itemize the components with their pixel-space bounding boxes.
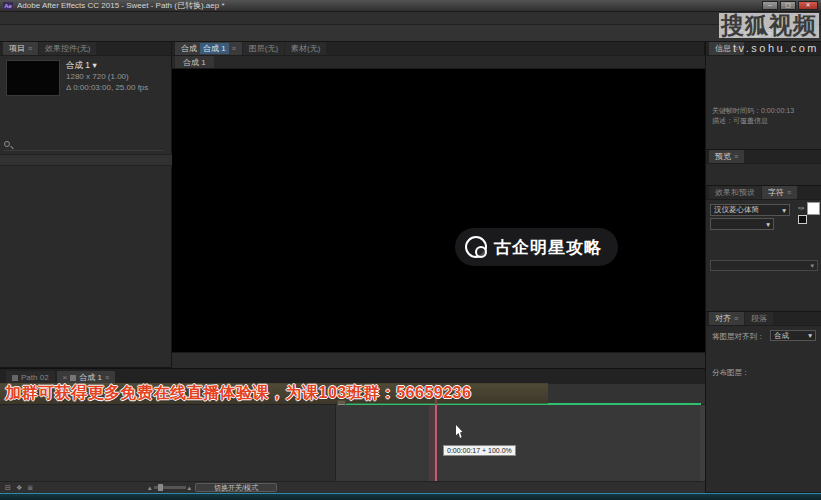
info-panel: 信息≡ 关键帧时间码：0:00:00:13 描述：可覆盖信息 [705, 42, 821, 150]
chevron-down-icon: ▾ [808, 331, 812, 340]
comp-viewer[interactable]: 古企明星攻略 [172, 69, 705, 352]
panel-menu-icon[interactable]: ≡ [734, 153, 738, 160]
ring-artwork [172, 69, 705, 352]
search-icon [4, 141, 10, 147]
tab-character[interactable]: 字符≡ [762, 186, 797, 199]
sohu-watermark: 搜狐视频 tv.sohu.com [719, 13, 819, 54]
watermark-logo-text: 古企明星攻略 [494, 236, 602, 259]
sohu-watermark-url: tv.sohu.com [719, 42, 819, 54]
composition-panel: 合成合成 1≡ 图层(无) 素材(无) 合成 1 古企明星攻略 [172, 42, 705, 368]
font-style-select[interactable]: ▾ [710, 218, 774, 230]
tab-paragraph[interactable]: 段落 [745, 312, 773, 325]
panel-menu-icon[interactable]: ≡ [232, 45, 236, 52]
timeline-scrollbar[interactable] [700, 405, 705, 481]
tab-preview[interactable]: 预览≡ [709, 150, 744, 163]
app-icon: Ae [3, 2, 13, 10]
project-panel: 项目≡ 效果控件(无) 合成 1 ▾ 1280 x 720 (1.00) Δ 0… [0, 42, 172, 368]
align-to-select[interactable]: 合成▾ [770, 330, 816, 341]
chevron-down-icon: ▾ [782, 206, 786, 215]
preview-panel: 预览≡ [705, 150, 821, 186]
tab-footage[interactable]: 素材(无) [285, 42, 326, 55]
logo-icon [465, 236, 487, 258]
maximize-button[interactable]: ▢ [780, 1, 796, 10]
menu-bar [0, 12, 821, 25]
character-panel: 效果和预设 字符≡ 汉仪菱心体简▾ ✑ ▾ ▾ [705, 186, 821, 312]
tab-effects-presets[interactable]: 效果和预设 [709, 186, 761, 199]
timeline-graph[interactable] [335, 405, 700, 481]
stroke-color-swatch[interactable] [798, 215, 807, 224]
mini-flowchart-icon[interactable]: ⊟ [5, 484, 11, 492]
fill-color-swatch[interactable] [807, 202, 820, 215]
transport-controls [706, 164, 821, 172]
align-panel: 对齐≡ 段落 将图层对齐到： 合成▾ 分布图层： [705, 312, 821, 493]
draft3d-icon[interactable]: ❖ [16, 484, 22, 492]
panel-menu-icon[interactable]: ≡ [28, 45, 32, 52]
comp-thumbnail [6, 60, 60, 96]
info-description: 描述：可覆盖信息 [712, 116, 818, 126]
watermark-logo-pill: 古企明星攻略 [455, 228, 618, 266]
viewer-status-bar [172, 352, 705, 368]
toggle-switches-modes-button[interactable]: 切换开关/模式 [195, 483, 277, 492]
panel-menu-icon[interactable]: ≡ [787, 189, 791, 196]
timeline-tooltip: 0:00:00:17 + 100.0% [443, 445, 516, 456]
tool-bar: ⊞ 工作区 标准 [0, 25, 821, 42]
comp-info: 合成 1 ▾ 1280 x 720 (1.00) Δ 0:00:03:00, 2… [66, 60, 148, 93]
hide-shy-icon[interactable]: ≣ [27, 484, 33, 492]
tracking-select[interactable]: ▾ [710, 260, 818, 271]
minimize-button[interactable]: – [762, 1, 778, 10]
tab-layer[interactable]: 图层(无) [243, 42, 284, 55]
viewer-tab[interactable]: 合成 1 [175, 56, 214, 68]
close-button[interactable]: ✕ [798, 1, 818, 10]
project-columns [0, 154, 172, 166]
timeline-zoom-slider[interactable]: ▴▴ [148, 484, 191, 492]
panel-menu-icon[interactable]: ≡ [734, 315, 738, 322]
tab-project[interactable]: 项目≡ [3, 42, 38, 55]
close-icon[interactable]: × [63, 373, 68, 382]
bottom-edge-strip [0, 493, 821, 500]
active-comp-name: 合成 1 [200, 43, 229, 54]
align-to-label: 将图层对齐到： [712, 332, 765, 342]
comp-info-name: 合成 1 ▾ [66, 60, 148, 71]
sohu-watermark-title: 搜狐视频 [719, 13, 819, 38]
font-family-select[interactable]: 汉仪菱心体简▾ [710, 204, 790, 216]
panel-menu-icon[interactable]: ≡ [105, 374, 109, 381]
comp-info-size: 1280 x 720 (1.00) [66, 71, 148, 82]
promo-banner: 加群可获得更多免费在线直播体验课，为课103班群：56659236 [0, 383, 548, 404]
comp-info-duration: Δ 0:00:03:00, 25.00 fps [66, 82, 148, 93]
promo-banner-text: 加群可获得更多免费在线直播体验课，为课103班群：56659236 [5, 383, 471, 404]
project-search[interactable] [4, 138, 164, 151]
chevron-down-icon: ▾ [766, 220, 770, 229]
layer-list [0, 405, 335, 481]
fill-stroke-swatches[interactable] [798, 202, 820, 224]
tab-align[interactable]: 对齐≡ [709, 312, 744, 325]
title-bar: Ae Adobe After Effects CC 2015 - Sweet -… [0, 0, 821, 12]
timeline-bottom-bar: ⊟ ❖ ≣ ▴▴ 切换开关/模式 [0, 481, 705, 493]
tab-composition[interactable]: 合成合成 1≡ [175, 42, 242, 55]
window-controls: – ▢ ✕ [762, 1, 818, 10]
distribute-label: 分布图层： [712, 368, 750, 378]
window-title: Adobe After Effects CC 2015 - Sweet - Pa… [17, 0, 225, 11]
tab-effect-controls[interactable]: 效果控件(无) [39, 42, 96, 55]
info-keyframe-timecode: 关键帧时间码：0:00:00:13 [712, 106, 818, 116]
